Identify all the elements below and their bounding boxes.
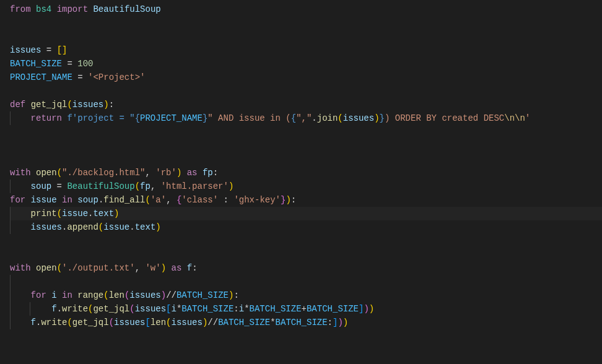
keyword-import: import — [57, 4, 88, 14]
keyword-from: from — [10, 4, 31, 14]
code-line-highlighted[interactable]: print(issue.text) — [10, 207, 602, 220]
constant: PROJECT_NAME — [10, 72, 72, 82]
number-literal: 100 — [77, 59, 93, 69]
code-line[interactable]: PROJECT_NAME = '<Project>' — [10, 71, 602, 84]
keyword-for: for — [31, 290, 46, 300]
function-name: get_jql — [31, 100, 68, 110]
code-line[interactable]: for issue in soup.find_all('a', {'class'… — [10, 193, 602, 207]
code-line[interactable] — [10, 84, 602, 98]
code-line[interactable]: BATCH_SIZE = 100 — [10, 57, 602, 71]
keyword-return: return — [31, 113, 62, 123]
code-line[interactable]: return f'project = "{PROJECT_NAME}" AND … — [10, 111, 602, 125]
variable: issues — [10, 45, 41, 55]
code-line[interactable] — [10, 30, 602, 43]
code-line[interactable] — [10, 234, 602, 248]
keyword-with: with — [10, 168, 31, 178]
keyword-with: with — [10, 263, 31, 273]
code-line[interactable] — [10, 275, 602, 288]
code-line[interactable] — [10, 125, 602, 139]
code-line[interactable]: issues = [] — [10, 43, 602, 57]
code-line[interactable] — [10, 248, 602, 261]
code-line[interactable] — [10, 16, 602, 30]
keyword-for: for — [10, 195, 25, 205]
code-line[interactable]: for i in range(len(issues)//BATCH_SIZE): — [10, 288, 602, 302]
parameter: issues — [72, 100, 103, 110]
code-line[interactable]: issues.append(issue.text) — [10, 220, 602, 234]
code-line[interactable]: with open("./backlog.html", 'rb') as fp: — [10, 166, 602, 180]
code-line[interactable]: with open('./output.txt', 'w') as f: — [10, 261, 602, 275]
code-line[interactable]: soup = BeautifulSoup(fp, 'html.parser') — [10, 180, 602, 193]
code-line[interactable] — [10, 152, 602, 166]
code-line[interactable]: f.write(get_jql(issues[i*BATCH_SIZE:i*BA… — [10, 302, 602, 316]
code-line[interactable]: f.write(get_jql(issues[len(issues)//BATC… — [10, 316, 602, 329]
code-line[interactable] — [10, 139, 602, 152]
string-literal: '<Project>' — [88, 72, 145, 82]
code-line[interactable]: def get_jql(issues): — [10, 98, 602, 111]
constant: BATCH_SIZE — [10, 59, 62, 69]
import-name: BeautifulSoup — [93, 4, 160, 14]
code-line[interactable]: from bs4 import BeautifulSoup — [10, 2, 602, 16]
module-name: bs4 — [36, 4, 51, 14]
keyword-def: def — [10, 100, 25, 110]
